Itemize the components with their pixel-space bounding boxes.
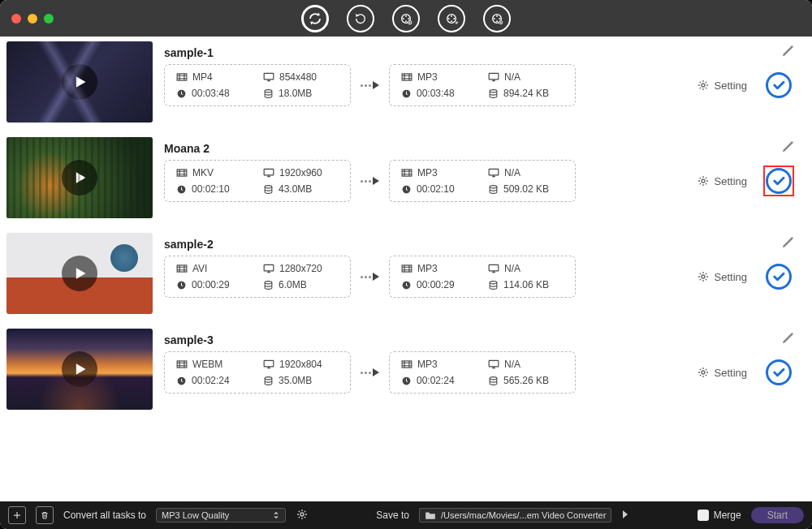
size-value: 18.0MB bbox=[279, 88, 312, 99]
format-cell: MP4 bbox=[176, 71, 252, 83]
format-cell: MP3 bbox=[401, 71, 477, 83]
save-to-path: /Users/mac/Movies/...em Video Converter bbox=[441, 510, 606, 520]
refresh-mode-button[interactable] bbox=[347, 5, 374, 32]
reel-download-button[interactable] bbox=[392, 5, 420, 32]
video-thumbnail[interactable] bbox=[6, 329, 153, 410]
start-button[interactable]: Start bbox=[751, 507, 804, 523]
task-checkbox[interactable] bbox=[763, 166, 794, 196]
save-to-label: Save to bbox=[376, 510, 409, 521]
convert-format-dropdown[interactable]: MP3 Low Quality bbox=[156, 508, 286, 523]
dst-info-card: MP3 N/A 00:02:10 509.02 KB bbox=[389, 160, 576, 202]
window-maximize-button[interactable] bbox=[44, 14, 54, 24]
convert-mode-button[interactable] bbox=[301, 5, 329, 32]
folder-icon bbox=[425, 510, 436, 520]
delete-button[interactable] bbox=[36, 506, 54, 524]
title-row: Moana 2 bbox=[164, 137, 794, 160]
merge-toggle[interactable]: Merge bbox=[698, 510, 741, 521]
svg-rect-38 bbox=[264, 264, 274, 271]
play-button[interactable] bbox=[62, 351, 97, 387]
setting-button[interactable]: Setting bbox=[697, 79, 747, 92]
conversion-info: MP4 854x480 00:03:48 18.0MB MP3 N/A 00:0… bbox=[164, 64, 794, 106]
setting-label: Setting bbox=[715, 175, 747, 187]
reel-download-icon bbox=[400, 12, 412, 25]
svg-rect-23 bbox=[402, 74, 412, 80]
window-minimize-button[interactable] bbox=[28, 14, 37, 24]
video-thumbnail[interactable] bbox=[6, 233, 153, 314]
title-row: sample-2 bbox=[164, 233, 794, 256]
merge-checkbox[interactable] bbox=[698, 510, 709, 521]
gear-icon bbox=[296, 508, 309, 521]
convert-settings-button[interactable] bbox=[296, 508, 309, 523]
svg-point-8 bbox=[448, 18, 450, 19]
resolution-cell: N/A bbox=[488, 359, 564, 370]
video-thumbnail[interactable] bbox=[6, 41, 153, 123]
window-close-button[interactable] bbox=[11, 14, 21, 24]
duration-cell: 00:02:10 bbox=[401, 183, 477, 195]
duration-value: 00:02:10 bbox=[192, 183, 230, 195]
edit-title-button[interactable] bbox=[781, 332, 794, 348]
save-to-path-box[interactable]: /Users/mac/Movies/...em Video Converter bbox=[419, 508, 611, 523]
setting-label: Setting bbox=[715, 80, 747, 92]
duration-cell: 00:03:48 bbox=[176, 88, 252, 99]
size-value: 6.0MB bbox=[279, 279, 307, 290]
svg-point-35 bbox=[490, 185, 497, 187]
stepper-icon bbox=[272, 510, 280, 520]
setting-button[interactable]: Setting bbox=[697, 174, 747, 187]
task-meta: sample-3 WEBM 1920x804 00:02:24 35.0MB M… bbox=[153, 329, 806, 410]
duration-cell: 00:00:29 bbox=[401, 279, 477, 290]
add-file-button[interactable] bbox=[8, 506, 26, 524]
svg-rect-37 bbox=[177, 265, 187, 272]
svg-point-36 bbox=[702, 179, 705, 183]
resolution-cell: 1920x960 bbox=[263, 167, 339, 178]
edit-title-button[interactable] bbox=[781, 45, 794, 61]
svg-point-7 bbox=[451, 15, 452, 16]
setting-button[interactable]: Setting bbox=[697, 270, 747, 283]
svg-point-4 bbox=[405, 20, 407, 22]
resolution-cell: 1280x720 bbox=[263, 263, 339, 274]
svg-point-40 bbox=[265, 281, 272, 283]
play-button[interactable] bbox=[62, 256, 97, 291]
play-button[interactable] bbox=[62, 64, 97, 100]
edit-title-button[interactable] bbox=[781, 236, 794, 252]
video-title: Moana 2 bbox=[164, 142, 209, 155]
duration-value: 00:03:48 bbox=[417, 88, 455, 99]
check-icon bbox=[766, 72, 792, 98]
open-folder-button[interactable] bbox=[621, 510, 629, 522]
svg-rect-51 bbox=[489, 360, 499, 367]
svg-rect-29 bbox=[264, 169, 274, 175]
reel-edit-button[interactable]: # bbox=[438, 5, 465, 32]
size-value: 114.06 KB bbox=[503, 279, 549, 290]
video-thumbnail[interactable] bbox=[6, 137, 153, 218]
task-checkbox[interactable] bbox=[763, 261, 794, 292]
resolution-value: N/A bbox=[504, 263, 520, 274]
size-cell: 565.26 KB bbox=[488, 375, 564, 386]
setting-button[interactable]: Setting bbox=[697, 366, 747, 379]
app-window: # sample-1 MP4 854x480 00:03:48 18.0MB bbox=[0, 0, 812, 529]
resolution-value: 1920x960 bbox=[279, 167, 322, 178]
svg-point-31 bbox=[265, 185, 272, 187]
format-value: AVI bbox=[192, 263, 207, 274]
edit-title-button[interactable] bbox=[781, 140, 794, 157]
svg-point-26 bbox=[490, 89, 497, 92]
plus-icon bbox=[12, 510, 22, 520]
size-cell: 114.06 KB bbox=[488, 279, 564, 290]
format-value: WEBM bbox=[192, 359, 222, 370]
resolution-value: 1280x720 bbox=[279, 263, 322, 274]
reel-edit-icon: # bbox=[445, 12, 458, 25]
svg-point-15 bbox=[499, 18, 500, 19]
task-checkbox[interactable] bbox=[763, 70, 794, 101]
window-controls bbox=[0, 14, 54, 24]
svg-point-14 bbox=[494, 18, 495, 19]
src-info-card: AVI 1280x720 00:00:29 6.0MB bbox=[164, 256, 351, 298]
src-info-card: MP4 854x480 00:03:48 18.0MB bbox=[164, 64, 351, 106]
task-row: sample-3 WEBM 1920x804 00:02:24 35.0MB M… bbox=[0, 324, 812, 419]
svg-point-10 bbox=[451, 20, 452, 22]
duration-value: 00:00:29 bbox=[417, 279, 455, 290]
size-value: 43.0MB bbox=[279, 183, 312, 195]
play-button[interactable] bbox=[62, 160, 97, 196]
task-checkbox[interactable] bbox=[763, 357, 794, 388]
resolution-value: 854x480 bbox=[279, 71, 317, 83]
format-cell: MP3 bbox=[401, 167, 477, 178]
reel-record-button[interactable] bbox=[483, 5, 511, 32]
resolution-cell: 1920x804 bbox=[263, 359, 339, 370]
